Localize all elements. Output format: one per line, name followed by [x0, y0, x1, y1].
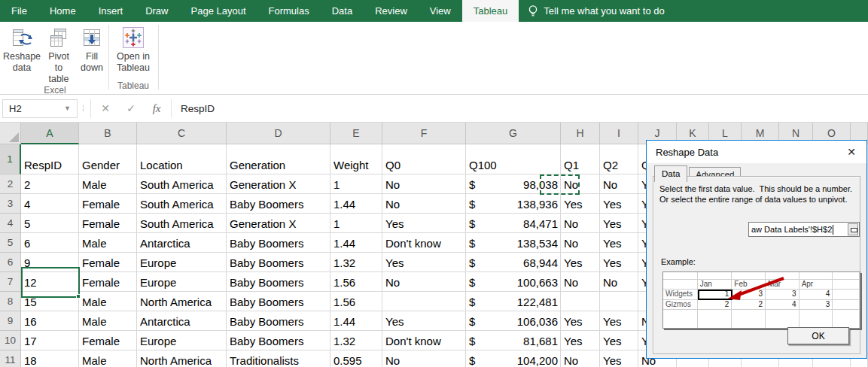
- col-header-H[interactable]: H: [561, 123, 600, 144]
- cell-C1[interactable]: Location: [137, 144, 227, 174]
- col-header-F[interactable]: F: [382, 123, 466, 144]
- cell-F1[interactable]: Q0: [382, 144, 466, 174]
- cell-I4[interactable]: Yes: [600, 214, 638, 233]
- cell-F3[interactable]: No: [382, 194, 466, 214]
- cell-H1[interactable]: Q1: [561, 144, 600, 174]
- cell-D9[interactable]: Baby Boomers: [227, 311, 330, 331]
- ribbon-tab-view[interactable]: View: [419, 0, 462, 22]
- cell-E4[interactable]: 1: [330, 214, 382, 233]
- tell-me-box[interactable]: Tell me what you want to do: [519, 0, 673, 22]
- cell-A8[interactable]: 15: [21, 292, 79, 311]
- row-header-6[interactable]: 6: [0, 253, 21, 272]
- cell-F7[interactable]: No: [382, 272, 466, 292]
- cell-B4[interactable]: Female: [79, 214, 137, 233]
- cell-F4[interactable]: Yes: [382, 214, 466, 233]
- cell-G4[interactable]: $84,471: [466, 214, 561, 233]
- cell-E10[interactable]: 1.32: [330, 331, 382, 350]
- reshape-data-button[interactable]: Reshapedata: [3, 26, 41, 74]
- row-header-5[interactable]: 5: [0, 233, 21, 253]
- cell-C2[interactable]: South America: [137, 174, 227, 194]
- select-all-corner[interactable]: [0, 123, 21, 144]
- cell-B7[interactable]: Female: [79, 272, 137, 292]
- cell-I7[interactable]: No: [600, 272, 638, 292]
- cell-E7[interactable]: 1.56: [330, 272, 382, 292]
- cell-D7[interactable]: Baby Boomers: [227, 272, 330, 292]
- cell-D4[interactable]: Generation X: [227, 214, 330, 233]
- cell-B3[interactable]: Female: [79, 194, 137, 214]
- col-header-C[interactable]: C: [137, 123, 227, 144]
- cell-H11[interactable]: No: [561, 350, 600, 367]
- ribbon-tab-page-layout[interactable]: Page Layout: [180, 0, 257, 22]
- cell-F11[interactable]: No: [382, 350, 466, 367]
- enter-icon[interactable]: ✓: [118, 102, 144, 114]
- cell-C6[interactable]: Europe: [137, 253, 227, 272]
- cell-I5[interactable]: Yes: [600, 233, 638, 253]
- cell-I10[interactable]: Yes: [600, 331, 638, 350]
- col-header-G[interactable]: G: [466, 123, 561, 144]
- cell-B6[interactable]: Female: [79, 253, 137, 272]
- ribbon-tab-insert[interactable]: Insert: [87, 0, 135, 22]
- name-box-dropdown-icon[interactable]: ▼: [64, 105, 71, 112]
- cell-H3[interactable]: Yes: [561, 194, 600, 214]
- ribbon-tab-file[interactable]: File: [0, 0, 38, 22]
- cell-B10[interactable]: Female: [79, 331, 137, 350]
- cell-B11[interactable]: Male: [79, 350, 137, 367]
- tab-data[interactable]: Data: [654, 165, 687, 182]
- cell-C9[interactable]: Antarctica: [137, 311, 227, 331]
- cell-C7[interactable]: Europe: [137, 272, 227, 292]
- cell-B2[interactable]: Male: [79, 174, 137, 194]
- cell-G9[interactable]: $106,036: [466, 311, 561, 331]
- cell-C5[interactable]: Antarctica: [137, 233, 227, 253]
- cell-H9[interactable]: Yes: [561, 311, 600, 331]
- formula-input[interactable]: RespID: [173, 99, 868, 118]
- cell-A5[interactable]: 6: [21, 233, 79, 253]
- cell-I8[interactable]: [600, 292, 638, 311]
- cell-H8[interactable]: [561, 292, 600, 311]
- cell-C8[interactable]: North America: [137, 292, 227, 311]
- cell-E1[interactable]: Weight: [330, 144, 382, 174]
- cell-A10[interactable]: 17: [21, 331, 79, 350]
- row-header-9[interactable]: 9: [0, 311, 21, 331]
- cell-I1[interactable]: Q2: [600, 144, 638, 174]
- cell-B1[interactable]: Gender: [79, 144, 137, 174]
- cell-G6[interactable]: $68,944: [466, 253, 561, 272]
- cell-F9[interactable]: Yes: [382, 311, 466, 331]
- cell-H4[interactable]: No: [561, 214, 600, 233]
- row-header-8[interactable]: 8: [0, 292, 21, 311]
- cell-G11[interactable]: $104,200: [466, 350, 561, 367]
- col-header-D[interactable]: D: [227, 123, 330, 144]
- cell-A4[interactable]: 5: [21, 214, 79, 233]
- cell-B9[interactable]: Male: [79, 311, 137, 331]
- cell-E8[interactable]: 1.56: [330, 292, 382, 311]
- name-box[interactable]: H2 ▼: [2, 99, 78, 118]
- cell-D3[interactable]: Baby Boomers: [227, 194, 330, 214]
- cell-C11[interactable]: North America: [137, 350, 227, 367]
- cell-H5[interactable]: No: [561, 233, 600, 253]
- cell-E11[interactable]: 0.595: [330, 350, 382, 367]
- cell-G3[interactable]: $138,936: [466, 194, 561, 214]
- col-header-B[interactable]: B: [79, 123, 137, 144]
- cell-E9[interactable]: 1.44: [330, 311, 382, 331]
- cell-I11[interactable]: Yes: [600, 350, 638, 367]
- cell-D5[interactable]: Baby Boomers: [227, 233, 330, 253]
- cell-G5[interactable]: $138,534: [466, 233, 561, 253]
- pivot-to-table-button[interactable]: Pivotto table: [44, 26, 74, 85]
- cell-I6[interactable]: Yes: [600, 253, 638, 272]
- ribbon-tab-formulas[interactable]: Formulas: [257, 0, 321, 22]
- cell-C10[interactable]: Europe: [137, 331, 227, 350]
- ribbon-tab-home[interactable]: Home: [38, 0, 87, 22]
- cell-D6[interactable]: Baby Boomers: [227, 253, 330, 272]
- cell-H6[interactable]: Yes: [561, 253, 600, 272]
- col-header-I[interactable]: I: [600, 123, 638, 144]
- row-header-2[interactable]: 2: [0, 174, 21, 194]
- cell-F6[interactable]: Yes: [382, 253, 466, 272]
- cell-E3[interactable]: 1.44: [330, 194, 382, 214]
- cell-F8[interactable]: [382, 292, 466, 311]
- cell-G1[interactable]: Q100: [466, 144, 561, 174]
- dialog-title-bar[interactable]: Reshape Data ✕: [647, 141, 866, 163]
- cell-A9[interactable]: 16: [21, 311, 79, 331]
- formula-bar-grip[interactable]: ⁞: [82, 104, 84, 113]
- cell-C3[interactable]: South America: [137, 194, 227, 214]
- cell-D10[interactable]: Baby Boomers: [227, 331, 330, 350]
- cell-G2[interactable]: $98,038: [466, 174, 561, 194]
